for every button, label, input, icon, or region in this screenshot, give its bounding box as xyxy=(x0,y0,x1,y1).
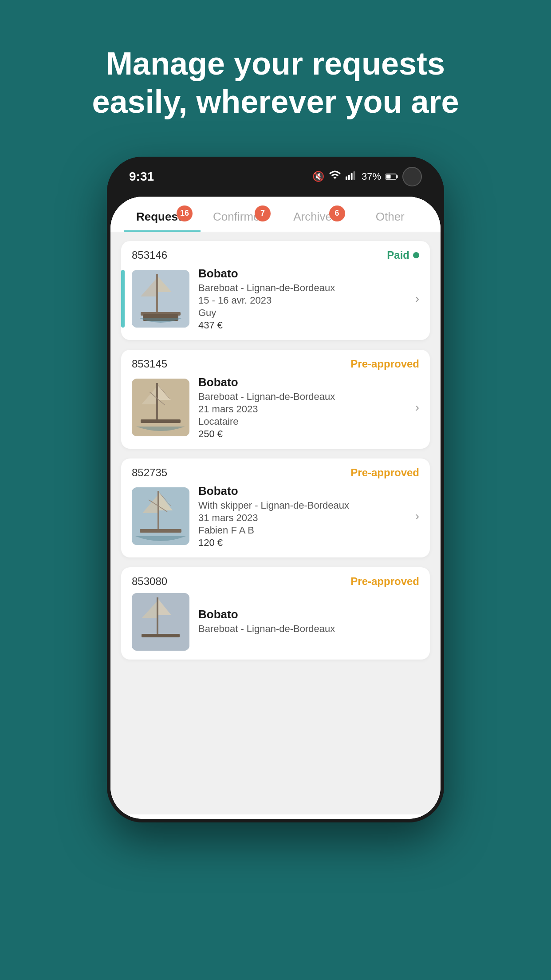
card-details-3: Bobato With skipper - Lignan-de-Bordeaux… xyxy=(198,484,411,549)
tabs-bar: 16 Requests 7 Confirmed 6 Archived Other xyxy=(110,197,441,232)
boat-price-1: 437 € xyxy=(198,320,411,331)
svg-rect-28 xyxy=(157,597,158,636)
signal-icon xyxy=(346,170,357,183)
phone-mockup: 9:31 🔇 xyxy=(107,157,444,822)
svg-rect-14 xyxy=(156,383,158,423)
boat-price-3: 120 € xyxy=(198,537,411,549)
card-image-4 xyxy=(132,593,189,651)
request-status-3: Pre-approved xyxy=(350,466,419,479)
boat-type-1: Bareboat - Lignan-de-Bordeaux xyxy=(198,282,411,294)
boat-type-4: Bareboat - Lignan-de-Bordeaux xyxy=(198,623,419,635)
boat-name-1: Bobato xyxy=(198,267,411,281)
boat-person-1: Guy xyxy=(198,307,411,319)
boat-price-2: 250 € xyxy=(198,428,411,440)
boat-person-2: Locataire xyxy=(198,416,411,427)
card-header-2: 853145 Pre-approved xyxy=(121,350,430,375)
tab-other[interactable]: Other xyxy=(353,205,428,232)
chevron-right-2: › xyxy=(415,400,419,415)
status-dot-1 xyxy=(413,252,419,258)
request-card-2[interactable]: 853145 Pre-approved xyxy=(121,350,430,449)
card-details-2: Bobato Bareboat - Lignan-de-Bordeaux 21 … xyxy=(198,375,411,440)
tab-badge-archived: 6 xyxy=(329,205,345,221)
svg-rect-8 xyxy=(156,274,158,314)
request-card-4[interactable]: 853080 Pre-approved xyxy=(121,567,430,660)
tab-archived[interactable]: 6 Archived xyxy=(279,205,353,232)
svg-rect-17 xyxy=(141,419,181,423)
request-card-1[interactable]: 853146 Paid xyxy=(121,241,430,340)
request-status-4: Pre-approved xyxy=(350,575,419,588)
card-body-4: Bobato Bareboat - Lignan-de-Bordeaux xyxy=(121,593,430,660)
battery-text: 37% xyxy=(362,171,381,182)
wifi-icon xyxy=(329,170,341,183)
tab-badge-confirmed: 7 xyxy=(255,205,271,221)
boat-type-2: Bareboat - Lignan-de-Bordeaux xyxy=(198,391,411,403)
request-status-1: Paid xyxy=(387,249,419,261)
request-number-2: 853145 xyxy=(132,358,167,370)
tab-confirmed[interactable]: 7 Confirmed xyxy=(201,205,279,232)
request-status-2: Pre-approved xyxy=(350,358,419,370)
svg-rect-0 xyxy=(346,176,347,180)
chevron-right-3: › xyxy=(415,509,419,523)
tab-badge-requests: 16 xyxy=(177,205,193,221)
boat-person-3: Fabien F A B xyxy=(198,525,411,536)
boat-name-3: Bobato xyxy=(198,484,411,498)
camera xyxy=(402,167,422,186)
battery-icon xyxy=(386,173,398,181)
card-header-1: 853146 Paid xyxy=(121,241,430,267)
card-image-2 xyxy=(132,379,189,436)
svg-rect-5 xyxy=(386,174,391,178)
card-image-3 xyxy=(132,487,189,545)
request-card-3[interactable]: 852735 Pre-approved xyxy=(121,458,430,557)
requests-list: 853146 Paid xyxy=(110,232,441,814)
tab-label-other: Other xyxy=(376,210,405,224)
boat-name-4: Bobato xyxy=(198,608,419,621)
card-body-1: Bobato Bareboat - Lignan-de-Bordeaux 15 … xyxy=(121,267,430,340)
boat-name-2: Bobato xyxy=(198,375,411,389)
boat-date-2: 21 mars 2023 xyxy=(198,403,411,415)
phone-screen: 16 Requests 7 Confirmed 6 Archived Other xyxy=(110,197,441,819)
chevron-right-1: › xyxy=(415,292,419,306)
phone-frame: 9:31 🔇 xyxy=(107,157,444,822)
card-body-2: Bobato Bareboat - Lignan-de-Bordeaux 21 … xyxy=(121,375,430,449)
card-details-1: Bobato Bareboat - Lignan-de-Bordeaux 15 … xyxy=(198,267,411,331)
status-time: 9:31 xyxy=(129,170,154,184)
card-header-4: 853080 Pre-approved xyxy=(121,567,430,593)
boat-type-3: With skipper - Lignan-de-Bordeaux xyxy=(198,500,411,511)
request-number-4: 853080 xyxy=(132,575,167,588)
card-details-4: Bobato Bareboat - Lignan-de-Bordeaux xyxy=(198,608,419,636)
card-image-1 xyxy=(132,270,189,328)
mute-icon: 🔇 xyxy=(312,171,324,182)
screen-content: 16 Requests 7 Confirmed 6 Archived Other xyxy=(110,197,441,819)
svg-rect-3 xyxy=(354,171,355,180)
svg-rect-27 xyxy=(132,593,189,651)
request-number-1: 853146 xyxy=(132,249,167,261)
svg-rect-24 xyxy=(140,529,181,533)
svg-rect-6 xyxy=(397,175,398,178)
status-icons: 🔇 xyxy=(312,167,422,186)
hero-title: Manage your requests easily, wherever yo… xyxy=(31,0,520,148)
svg-rect-2 xyxy=(351,173,353,180)
card-header-3: 852735 Pre-approved xyxy=(121,458,430,484)
status-bar: 9:31 🔇 xyxy=(107,157,444,197)
card-accent-1 xyxy=(121,270,125,328)
boat-date-3: 31 mars 2023 xyxy=(198,512,411,524)
tab-requests[interactable]: 16 Requests xyxy=(124,205,201,232)
svg-rect-1 xyxy=(348,174,350,180)
card-body-3: Bobato With skipper - Lignan-de-Bordeaux… xyxy=(121,484,430,557)
svg-rect-21 xyxy=(157,491,159,532)
boat-date-1: 15 - 16 avr. 2023 xyxy=(198,295,411,306)
request-number-3: 852735 xyxy=(132,466,167,479)
svg-rect-31 xyxy=(142,634,180,637)
